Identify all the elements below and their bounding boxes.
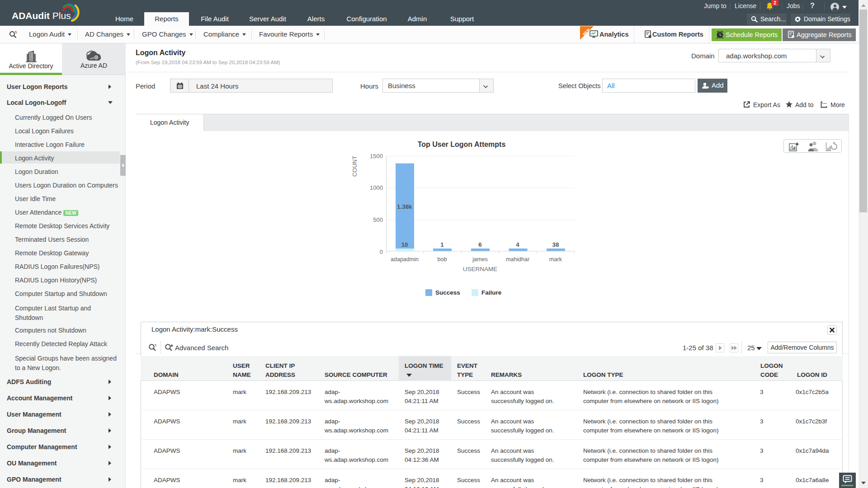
svg-text:4: 4	[516, 241, 519, 248]
svg-text:adapadmin: adapadmin	[391, 256, 419, 263]
svg-text:COUNT: COUNT	[351, 156, 358, 177]
svg-text:bob: bob	[438, 256, 447, 263]
svg-text:james: james	[472, 256, 487, 263]
svg-text:1: 1	[440, 241, 444, 248]
svg-text:1000: 1000	[370, 184, 383, 191]
svg-text:500: 500	[373, 216, 383, 223]
svg-text:USERNAME: USERNAME	[463, 266, 498, 272]
svg-text:mahidhar: mahidhar	[506, 256, 529, 263]
svg-text:mark: mark	[549, 256, 562, 263]
svg-text:6: 6	[478, 241, 482, 248]
svg-text:1500: 1500	[370, 153, 383, 160]
svg-text:Success: Success	[435, 289, 460, 296]
svg-text:Top User Logon Attempts: Top User Logon Attempts	[418, 141, 506, 148]
svg-text:1.38k: 1.38k	[397, 203, 412, 210]
svg-text:38: 38	[552, 241, 559, 248]
svg-text:Failure: Failure	[481, 289, 502, 296]
svg-text:0: 0	[380, 249, 383, 255]
svg-text:10: 10	[401, 241, 408, 248]
